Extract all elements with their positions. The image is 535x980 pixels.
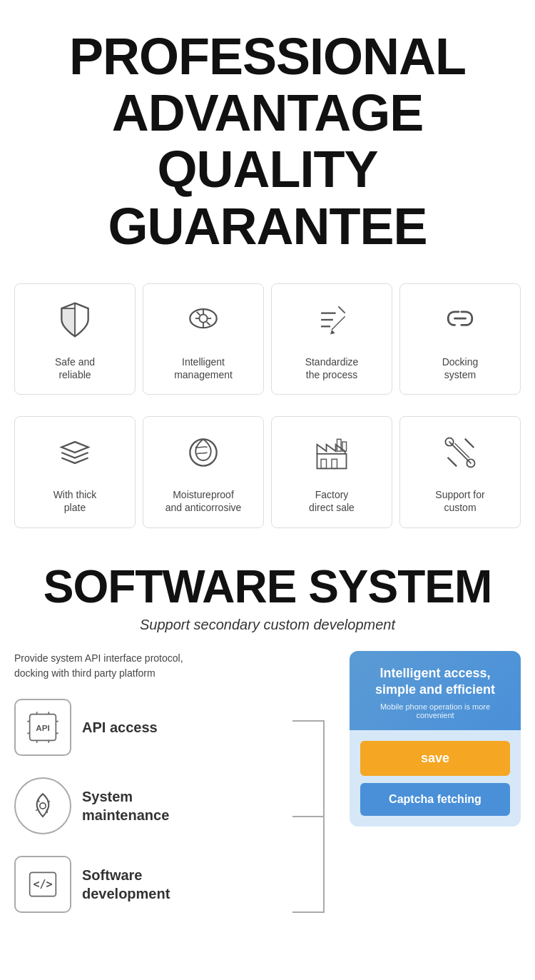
maintenance-label: Systemmaintenance: [82, 787, 169, 824]
grid-item-moistureproof: Moistureproofand anticorrosive: [143, 416, 264, 527]
svg-text:API: API: [36, 723, 49, 732]
panel-header: Intelligent access,simple and efficient …: [350, 651, 521, 731]
panel-subtitle: Mobile phone operation is moreconvenient: [360, 702, 510, 719]
code-icon: </>: [25, 867, 61, 902]
software-subtitle: Support secondary custom development: [14, 617, 521, 633]
bracket-connector: [292, 699, 335, 934]
svg-text:</>: </>: [33, 878, 52, 891]
svg-line-20: [465, 439, 473, 447]
software-title: SOFTWARE SYSTEM: [14, 564, 521, 610]
grid-item-safe-reliable: Safe andreliable: [14, 283, 136, 395]
pencil-list-icon: [312, 300, 352, 345]
panel-body: save Captcha fetching: [350, 730, 521, 827]
svg-line-25: [455, 443, 470, 458]
bracket-vertical: [323, 720, 325, 913]
feature-api: API API access: [14, 699, 292, 756]
standardize-label: Standardizethe process: [305, 355, 359, 381]
grid-row-2: With thickplate Moistureproofand anticor…: [0, 409, 535, 542]
factory-icon: [312, 433, 352, 478]
bracket-line-bot: [292, 911, 325, 913]
page-header: PROFESSIONAL ADVANTAGE QUALITY GUARANTEE: [0, 0, 535, 276]
maintenance-icon-box: [14, 777, 71, 834]
software-right: Intelligent access,simple and efficient …: [350, 651, 521, 827]
api-icon-box: API: [14, 699, 71, 756]
save-button[interactable]: save: [360, 741, 510, 776]
svg-line-6: [197, 312, 200, 315]
svg-rect-16: [321, 459, 326, 468]
leaf-icon: [183, 433, 223, 478]
docking-label: Dockingsystem: [442, 355, 479, 381]
features-grid-1: Safe andreliable Intelligentmanagement: [14, 283, 521, 395]
grid-row-1: Safe andreliable Intelligentmanagement: [0, 276, 535, 409]
svg-point-1: [199, 314, 207, 322]
api-icon: API: [25, 709, 61, 745]
features-bracket-area: API API access: [14, 699, 335, 934]
shield-icon: [55, 300, 95, 345]
grid-item-support-custom: Support forcustom: [399, 416, 521, 527]
grid-item-standardize: Standardizethe process: [271, 283, 392, 395]
main-title: PROFESSIONAL ADVANTAGE QUALITY GUARANTEE: [14, 29, 521, 255]
software-section: SOFTWARE SYSTEM Support secondary custom…: [0, 542, 535, 949]
grid-item-intelligent: Intelligentmanagement: [143, 283, 264, 395]
features-grid-2: With thickplate Moistureproofand anticor…: [14, 416, 521, 527]
intelligent-label: Intelligentmanagement: [174, 355, 233, 381]
support-custom-label: Support forcustom: [435, 488, 484, 514]
software-body: Provide system API interface protocol,do…: [14, 651, 521, 934]
factory-label: Factorydirect sale: [309, 488, 355, 514]
tools-icon: [440, 433, 480, 478]
svg-rect-17: [332, 459, 337, 468]
feature-software-dev: </> Softwaredevelopment: [14, 856, 292, 913]
bracket-line-top: [292, 720, 325, 722]
code-icon-box: </>: [14, 856, 71, 913]
bracket-line-mid: [292, 816, 325, 817]
software-desc: Provide system API interface protocol,do…: [14, 651, 335, 681]
layers-icon: [55, 433, 95, 478]
link-icon: [440, 300, 480, 345]
moistureproof-label: Moistureproofand anticorrosive: [165, 488, 242, 514]
thick-plate-label: With thickplate: [54, 488, 97, 514]
svg-line-11: [338, 306, 345, 313]
svg-line-7: [207, 322, 210, 325]
features-column: API API access: [14, 699, 292, 934]
safe-reliable-label: Safe andreliable: [55, 355, 95, 381]
cloud-icon: [183, 300, 223, 345]
svg-line-21: [448, 458, 456, 466]
software-left: Provide system API interface protocol,do…: [14, 651, 335, 934]
captcha-button[interactable]: Captcha fetching: [360, 783, 510, 816]
grid-item-docking: Dockingsystem: [399, 283, 521, 395]
maintenance-icon: [25, 788, 61, 824]
svg-line-12: [332, 316, 345, 330]
feature-maintenance: Systemmaintenance: [14, 777, 292, 834]
right-panel: Intelligent access,simple and efficient …: [350, 651, 521, 827]
grid-item-thick-plate: With thickplate: [14, 416, 136, 527]
svg-point-28: [40, 802, 46, 808]
api-label: API access: [82, 718, 158, 737]
software-dev-label: Softwaredevelopment: [82, 866, 170, 903]
grid-item-factory: Factorydirect sale: [271, 416, 392, 527]
svg-point-14: [190, 439, 216, 465]
panel-title: Intelligent access,simple and efficient: [360, 665, 510, 699]
